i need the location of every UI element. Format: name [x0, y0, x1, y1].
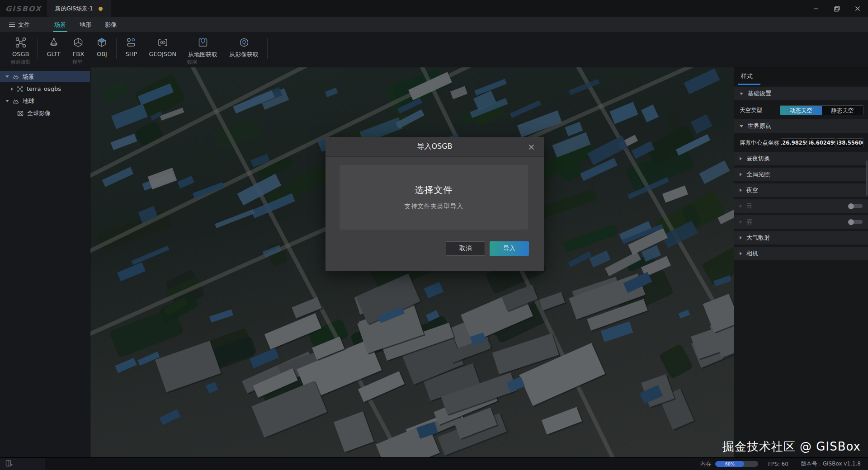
mountain-icon	[12, 73, 19, 80]
toolbar-group-label: 模型	[39, 59, 115, 66]
section-clouds[interactable]: 云	[734, 199, 868, 213]
style-panel-tabbar: 样式	[734, 67, 868, 85]
menu-item-terrain[interactable]: 地形	[73, 17, 98, 32]
menu-item-imagery[interactable]: 影像	[98, 17, 123, 32]
tree-item-scene[interactable]: 场景	[0, 71, 90, 82]
sky-type-label: 天空类型	[740, 107, 762, 114]
toolbar-group-data: SHP GEOJSON 从地图获取 从影像获取 数据	[118, 37, 266, 66]
dialog-close-button[interactable]	[523, 137, 539, 157]
dropzone-subtitle: 支持文件夹类型导入	[404, 202, 463, 211]
chevron-right-icon	[740, 236, 742, 240]
fps-value: FPS: 60	[768, 461, 788, 467]
toolbar-group-label: 数据	[118, 59, 266, 66]
sky-type-option-static[interactable]: 静态天空	[822, 106, 863, 115]
import-osgb-dialog: 导入OSGB 选择文件 支持文件夹类型导入 取消 导入	[326, 137, 544, 271]
globe-icon	[238, 37, 250, 48]
eye-icon	[157, 37, 169, 48]
style-panel-body: 基础设置 天空类型 动态天空 静态天空 世界原点 屏幕中心点坐标 126.982…	[734, 85, 868, 260]
section-fog[interactable]: 雾	[734, 215, 868, 229]
hamburger-icon	[9, 23, 15, 27]
version-label: 版本号：GISBox v1.1.8	[801, 460, 861, 468]
image-icon	[17, 110, 24, 117]
map-pin-icon	[197, 37, 209, 48]
toolbar-divider	[267, 38, 268, 59]
close-button[interactable]	[847, 0, 868, 17]
statusbar-right: 内存 68% FPS: 60 版本号：GISBox v1.1.8	[700, 460, 868, 468]
gisbox-logo: GISBOX	[0, 0, 47, 17]
mountain-icon	[12, 98, 19, 105]
memory-bar: 68%	[715, 461, 758, 467]
sky-type-segmented-control: 动态天空 静态天空	[780, 105, 863, 115]
panel-scrollbar[interactable]	[866, 160, 868, 196]
coord-y-input[interactable]: 46.602499	[809, 138, 835, 147]
coord-x-input[interactable]: 126.98259	[781, 138, 807, 147]
titlebar: GISBOX 新的GIS场景-1	[0, 0, 868, 17]
menu-file-label: 文件	[18, 21, 30, 29]
chevron-right-icon	[740, 188, 742, 192]
clouds-toggle[interactable]	[848, 203, 863, 209]
memory-label: 内存	[700, 460, 711, 468]
file-dropzone[interactable]: 选择文件 支持文件夹类型导入	[340, 165, 528, 230]
section-world-origin[interactable]: 世界原点	[734, 119, 868, 133]
shapes-icon	[125, 37, 137, 48]
restore-icon	[834, 6, 840, 12]
panel-toggle-icon	[5, 460, 13, 467]
memory-bar-fill: 68%	[715, 461, 745, 467]
gisbox-window: GISBOX 新的GIS场景-1 文件 场景 地形 影像	[0, 0, 868, 470]
chevron-down-icon[interactable]	[5, 75, 9, 78]
center-coords-row: 屏幕中心点坐标 126.98259 46.602499 438.55600	[734, 135, 868, 150]
section-day-night[interactable]: 昼夜切换	[734, 152, 868, 165]
toolbar-divider	[38, 38, 38, 59]
section-global-lighting[interactable]: 全局光照	[734, 168, 868, 181]
minimize-button[interactable]	[806, 0, 826, 17]
minimize-icon	[813, 6, 819, 11]
menu-item-scene[interactable]: 场景	[47, 17, 73, 32]
close-icon	[855, 6, 860, 11]
dialog-footer: 取消 导入	[446, 241, 529, 256]
chevron-right-icon	[740, 157, 742, 160]
sky-type-row: 天空类型 动态天空 静态天空	[734, 103, 868, 118]
chevron-right-icon	[740, 220, 742, 224]
section-atmospheric-scattering[interactable]: 大气散射	[734, 231, 868, 244]
chevron-down-icon	[740, 125, 743, 127]
section-camera[interactable]: 相机	[734, 247, 868, 260]
statusbar-left	[0, 458, 45, 470]
menubar-divider	[40, 21, 40, 28]
cancel-button[interactable]: 取消	[446, 241, 485, 256]
dialog-header: 导入OSGB	[326, 137, 544, 157]
tree-item-global-imagery[interactable]: 全球影像	[0, 108, 90, 119]
panel-toggle-button[interactable]	[5, 460, 13, 469]
style-panel: 样式 基础设置 天空类型 动态天空 静态天空 世界原点 屏幕中心点坐标	[734, 67, 868, 457]
chevron-right-icon[interactable]	[11, 87, 13, 91]
watermark: 掘金技术社区 @ GISBox	[722, 439, 861, 455]
sky-type-option-dynamic[interactable]: 动态天空	[780, 106, 822, 115]
toolbar-divider	[116, 38, 117, 59]
statusbar: 内存 68% FPS: 60 版本号：GISBox v1.1.8	[0, 457, 868, 470]
chevron-right-icon	[740, 173, 742, 176]
coord-z-input[interactable]: 438.55600	[837, 138, 863, 147]
fog-toggle[interactable]	[848, 219, 863, 225]
drone-icon	[16, 85, 24, 93]
scene-tab[interactable]: 新的GIS场景-1	[47, 0, 111, 17]
restore-button[interactable]	[826, 0, 847, 17]
import-button[interactable]: 导入	[490, 241, 529, 256]
section-basic-settings[interactable]: 基础设置	[734, 87, 868, 100]
cone-icon	[48, 37, 60, 48]
center-coords-label: 屏幕中心点坐标	[740, 139, 779, 147]
toolbar: OSGB 倾斜摄影 GLTF FBX OBJ	[0, 32, 868, 67]
toolbar-group-oblique: OSGB 倾斜摄影	[5, 37, 37, 66]
menu-file[interactable]: 文件	[6, 17, 33, 32]
chevron-down-icon[interactable]	[5, 100, 9, 102]
cube-icon	[96, 37, 108, 48]
tree-item-terra-osgbs[interactable]: terra_osgbs	[0, 83, 90, 94]
section-night-sky[interactable]: 夜空	[734, 183, 868, 197]
drone-icon	[15, 37, 27, 48]
window-controls	[806, 0, 868, 17]
chevron-down-icon	[740, 93, 743, 95]
unsaved-dot-icon	[99, 7, 103, 11]
tab-style[interactable]: 样式	[741, 67, 753, 85]
tree-item-earth[interactable]: 地球	[0, 95, 90, 107]
scene-tab-label: 新的GIS场景-1	[55, 5, 93, 13]
chevron-right-icon	[740, 252, 742, 255]
close-icon	[528, 144, 534, 150]
